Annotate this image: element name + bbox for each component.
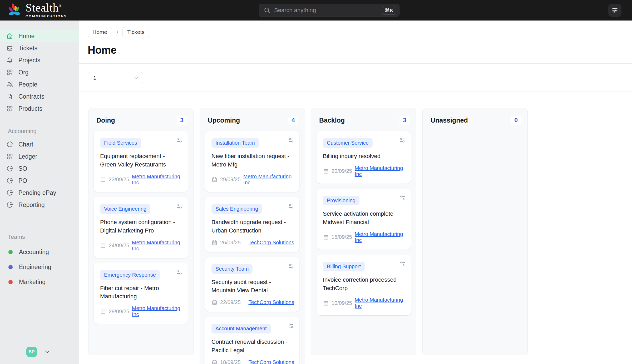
card-settings-icon[interactable] <box>399 137 406 143</box>
card-settings-icon[interactable] <box>176 269 183 275</box>
client-link[interactable]: Metro Manufacturing Inc <box>355 165 406 177</box>
client-link[interactable]: Metro Manufacturing Inc <box>355 297 406 309</box>
sidebar-nav: Home Tickets Projects Org People Contrac… <box>0 30 79 115</box>
client-link[interactable]: Metro Manufacturing Inc <box>355 231 406 243</box>
client-link[interactable]: Metro Manufacturing Inc <box>132 240 183 252</box>
card-settings-icon[interactable] <box>399 261 406 267</box>
client-link[interactable]: TechCorp Solutions <box>249 240 294 246</box>
chevron-down-icon <box>133 75 139 81</box>
card-settings-icon[interactable] <box>176 137 183 143</box>
client-link[interactable]: TechCorp Solutions <box>249 299 294 305</box>
due-date: 20/09/25 <box>332 168 352 174</box>
search-shortcut-badge: ⌘K <box>382 6 396 15</box>
sidebar-item-home[interactable]: Home <box>0 30 79 42</box>
client-link[interactable]: Metro Manufacturing Inc <box>132 174 183 186</box>
user-menu[interactable]: SP <box>0 340 79 364</box>
avatar[interactable]: SP <box>26 347 37 357</box>
ticket-card[interactable]: Customer Service Billing inquiry resolve… <box>317 131 411 184</box>
due-date: 18/09/25 <box>220 359 241 364</box>
sidebar-item-pending-epay[interactable]: Pending ePay <box>0 187 79 199</box>
document-icon <box>6 93 13 100</box>
ticket-card[interactable]: Billing Support Invoice correction proce… <box>317 255 411 316</box>
sidebar-team-engineering[interactable]: Engineering <box>0 260 79 275</box>
column-upcoming: Upcoming 4 Installation Team New fiber i… <box>200 108 305 364</box>
team-dot-red <box>8 280 13 284</box>
sidebar-item-label: Chart <box>18 141 33 148</box>
column-cards: Customer Service Billing inquiry resolve… <box>317 131 411 315</box>
sidebar-team-accounting[interactable]: Accounting <box>0 245 79 260</box>
sidebar-item-projects[interactable]: Projects <box>0 54 79 66</box>
topbar: Stealth® COMMUNICATIONS ⌘K <box>0 0 632 21</box>
sidebar-item-chart[interactable]: Chart <box>0 138 79 150</box>
grid-plus-icon <box>6 153 13 160</box>
client-link[interactable]: Metro Manufacturing Inc <box>243 174 294 186</box>
due-date: 22/09/25 <box>220 299 241 305</box>
column-title: Unassigned <box>431 117 468 124</box>
team-tag: Installation Team <box>211 138 259 148</box>
ticket-title: Contract renewal discussion - Pacific Le… <box>211 338 294 355</box>
sidebar-item-reporting[interactable]: Reporting <box>0 199 79 211</box>
column-header: Backlog 3 <box>317 108 411 131</box>
team-tag: Customer Service <box>323 138 373 148</box>
ticket-card[interactable]: Installation Team New fiber installation… <box>205 131 299 192</box>
calendar-icon <box>211 299 218 305</box>
ticket-card[interactable]: Sales Engineering Bandwidth upgrade requ… <box>205 197 299 252</box>
ticket-card[interactable]: Security Team Security audit request - M… <box>205 257 299 312</box>
ticket-card[interactable]: Field Services Equipment replacement - G… <box>94 131 188 192</box>
calendar-icon <box>211 240 218 246</box>
due-date: 23/09/25 <box>109 176 129 183</box>
ticket-title: Phone system configuration - Digital Mar… <box>100 218 183 235</box>
column-backlog: Backlog 3 Customer Service Billing inqui… <box>311 108 416 355</box>
ticket-card[interactable]: Provisioning Service activation complete… <box>317 189 411 250</box>
ticket-title: Equipment replacement - Green Valley Res… <box>100 152 183 169</box>
team-tag: Billing Support <box>323 262 365 271</box>
column-title: Doing <box>96 117 115 124</box>
sidebar-item-products[interactable]: Products <box>0 103 79 115</box>
team-label: Accounting <box>19 249 49 256</box>
sidebar-item-so[interactable]: SO <box>0 163 79 175</box>
sidebar-item-people[interactable]: People <box>0 78 79 90</box>
ticket-card[interactable]: Account Management Contract renewal disc… <box>205 317 299 364</box>
toolbar: 1 <box>79 64 632 84</box>
column-title: Upcoming <box>208 117 240 124</box>
brand-name: Stealth® <box>26 2 67 13</box>
grid-plus-icon <box>6 69 13 76</box>
card-settings-icon[interactable] <box>399 195 406 201</box>
sidebar-item-org[interactable]: Org <box>0 66 79 78</box>
global-search[interactable]: ⌘K <box>259 4 399 17</box>
calendar-icon <box>323 234 329 240</box>
client-link[interactable]: Metro Manufacturing Inc <box>132 305 183 317</box>
settings-button[interactable] <box>608 4 621 17</box>
card-settings-icon[interactable] <box>288 263 294 269</box>
sidebar-item-po[interactable]: PO <box>0 175 79 187</box>
board-selector[interactable]: 1 <box>88 72 143 84</box>
sidebar-item-label: Contracts <box>18 93 44 100</box>
calendar-icon <box>100 176 106 183</box>
team-label: Engineering <box>19 264 51 271</box>
column-header: Doing 3 <box>94 108 188 131</box>
main-content: Home Tickets Home 1 Doing 3 <box>79 21 632 364</box>
home-icon <box>6 33 13 39</box>
ticket-card[interactable]: Emergency Response Fiber cut repair - Me… <box>94 263 188 324</box>
search-input[interactable] <box>274 7 378 14</box>
team-tag: Security Team <box>211 264 253 274</box>
breadcrumb-home[interactable]: Home <box>88 27 112 37</box>
card-settings-icon[interactable] <box>288 203 294 209</box>
breadcrumb-tickets[interactable]: Tickets <box>122 27 149 37</box>
sidebar-item-contracts[interactable]: Contracts <box>0 90 79 103</box>
ticket-card[interactable]: Voice Engineering Phone system configura… <box>94 197 188 258</box>
team-dot-green <box>8 250 13 254</box>
card-settings-icon[interactable] <box>288 323 294 329</box>
due-date: 29/09/25 <box>109 309 129 315</box>
ticket-title: Bandwidth upgrade request - Urban Constr… <box>211 218 294 235</box>
chevron-down-icon[interactable] <box>44 348 51 356</box>
calendar-icon <box>211 176 218 183</box>
sidebar-team-marketing[interactable]: Marketing <box>0 275 79 290</box>
sidebar-item-ledger[interactable]: Ledger <box>0 150 79 163</box>
client-link[interactable]: TechCorp Solutions <box>249 359 294 364</box>
column-header: Unassigned 0 <box>428 108 522 131</box>
card-settings-icon[interactable] <box>288 137 294 143</box>
team-tag: Field Services <box>100 138 141 148</box>
sidebar-item-tickets[interactable]: Tickets <box>0 42 79 54</box>
card-settings-icon[interactable] <box>176 203 183 209</box>
